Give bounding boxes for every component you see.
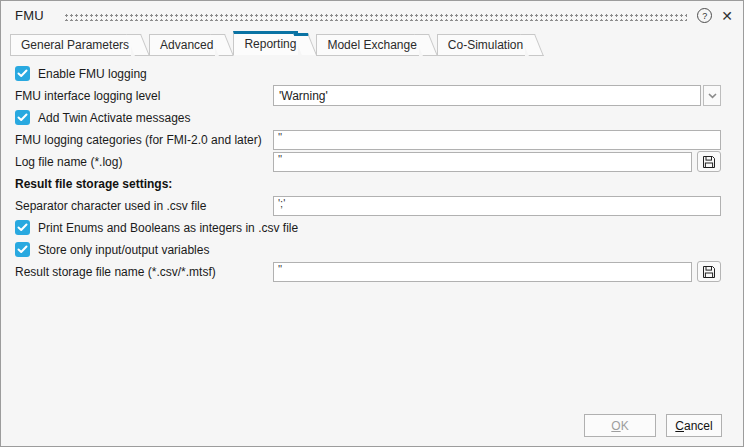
help-glyph: ? — [702, 11, 707, 21]
logging-level-combobox[interactable]: 'Warning' — [273, 85, 701, 106]
tab-label: Co-Simulation — [448, 38, 523, 52]
tab-label: General Parameters — [21, 38, 129, 52]
checkmark-icon — [17, 223, 28, 232]
enable-fmu-logging-checkbox[interactable] — [15, 66, 30, 81]
titlebar: FMU ? ✕ — [1, 1, 743, 30]
close-icon[interactable]: ✕ — [721, 9, 733, 23]
row-add-twin-activate-messages: Add Twin Activate messages — [15, 107, 721, 128]
field-label: Separator character used in .csv file — [15, 199, 206, 213]
logging-level-dropdown-button[interactable] — [703, 85, 721, 106]
reporting-tab-panel: Enable FMU logging FMU interface logging… — [15, 63, 721, 283]
checkmark-icon — [17, 113, 28, 122]
dialog-footer: OK Cancel — [584, 414, 722, 437]
field-label: FMU interface logging level — [15, 89, 160, 103]
row-separator-character: Separator character used in .csv file — [15, 195, 721, 216]
log-file-name-input[interactable] — [273, 152, 692, 172]
cancel-button-label: Cancel — [675, 419, 712, 433]
row-store-only-io: Store only input/output variables — [15, 239, 721, 260]
checkmark-icon — [17, 69, 28, 78]
row-log-file-name: Log file name (*.log) — [15, 151, 721, 172]
tab-bar: General Parameters Advanced Reporting Mo… — [1, 30, 743, 56]
logging-level-field: 'Warning' — [273, 85, 721, 106]
checkbox-label: Add Twin Activate messages — [38, 111, 191, 125]
ok-button-label: OK — [611, 419, 628, 433]
row-enable-fmu-logging: Enable FMU logging — [15, 63, 721, 84]
close-glyph: ✕ — [721, 8, 733, 24]
result-storage-file-field — [273, 261, 721, 282]
logging-categories-input[interactable] — [273, 130, 721, 150]
save-icon — [702, 155, 716, 169]
tab-general-parameters[interactable]: General Parameters — [10, 34, 131, 56]
fmu-dialog: FMU ? ✕ General Parameters Advanced Repo… — [0, 0, 744, 447]
tab-model-exchange[interactable]: Model Exchange — [316, 34, 418, 56]
field-label: Log file name (*.log) — [15, 155, 122, 169]
row-print-enums: Print Enums and Booleans as integers in … — [15, 217, 721, 238]
row-result-storage-file: Result storage file name (*.csv/*.mtsf) — [15, 261, 721, 282]
checkbox-label: Print Enums and Booleans as integers in … — [38, 221, 298, 235]
result-storage-browse-button[interactable] — [697, 261, 721, 282]
tab-reporting[interactable]: Reporting — [233, 31, 298, 56]
print-enums-checkbox[interactable] — [15, 220, 30, 235]
help-icon[interactable]: ? — [697, 8, 712, 23]
ok-button[interactable]: OK — [584, 414, 656, 437]
cancel-button[interactable]: Cancel — [666, 414, 722, 437]
tab-label: Advanced — [160, 38, 213, 52]
field-label: FMU logging categories (for FMI-2.0 and … — [15, 133, 262, 147]
tab-co-simulation[interactable]: Co-Simulation — [437, 34, 525, 56]
window-title: FMU — [15, 8, 44, 23]
tab-label: Reporting — [244, 37, 296, 51]
save-icon — [702, 265, 716, 279]
field-label: Result storage file name (*.csv/*.mtsf) — [15, 265, 216, 279]
titlebar-drag-dots — [64, 13, 687, 21]
checkmark-icon — [17, 245, 28, 254]
chevron-down-icon — [708, 93, 717, 99]
tab-advanced[interactable]: Advanced — [149, 34, 215, 56]
checkbox-label: Store only input/output variables — [38, 243, 209, 257]
separator-character-field — [273, 195, 721, 216]
row-logging-categories: FMU logging categories (for FMI-2.0 and … — [15, 129, 721, 150]
row-logging-level: FMU interface logging level 'Warning' — [15, 85, 721, 106]
result-file-storage-heading: Result file storage settings: — [15, 177, 172, 191]
result-storage-file-input[interactable] — [273, 262, 692, 282]
log-file-browse-button[interactable] — [697, 151, 721, 172]
tab-label: Model Exchange — [327, 38, 416, 52]
log-file-name-field — [273, 151, 721, 172]
store-only-io-checkbox[interactable] — [15, 242, 30, 257]
row-storage-heading: Result file storage settings: — [15, 173, 721, 194]
checkbox-label: Enable FMU logging — [38, 67, 147, 81]
logging-categories-field — [273, 129, 721, 150]
separator-character-input[interactable] — [273, 196, 721, 216]
add-twin-activate-messages-checkbox[interactable] — [15, 110, 30, 125]
